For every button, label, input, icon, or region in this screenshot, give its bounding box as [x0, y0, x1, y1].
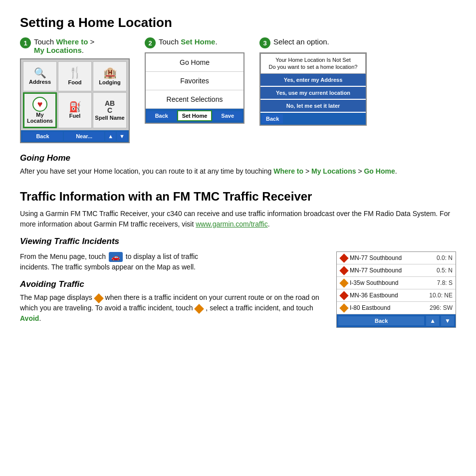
cell-label-spellname: Spell Name: [95, 115, 124, 121]
cell-label-food: Food: [68, 79, 82, 85]
avoid-diamond-icon-2: [195, 304, 205, 314]
step3-text: Select an option.: [273, 37, 329, 46]
traffic-dist-0: 0.0: N: [437, 254, 453, 261]
going-home-title: Going Home: [20, 153, 456, 163]
screen2-save-btn[interactable]: Save: [213, 111, 242, 120]
viewing-body: From the Menu page, touch 🚗 to display a…: [20, 251, 321, 272]
screen1-grid: 🔍 Address 🍴 Food 🏨 Lodging ♥: [21, 59, 129, 130]
step2-num: 2: [145, 37, 156, 48]
traffic-body1: Using a Garmin FM TMC Traffic Receiver, …: [20, 209, 456, 230]
traffic-row-1[interactable]: MN-77 Southbound 0.5: N: [337, 264, 456, 277]
traffic-button-icon: 🚗: [109, 252, 123, 262]
traffic-row-2[interactable]: I-35w Southbound 7.8: S: [337, 277, 456, 289]
traffic-row-4[interactable]: I-80 Eastbound 296: SW: [337, 302, 456, 314]
gps-screen-2: Go Home Favorites Recent Selections Back…: [145, 52, 244, 124]
traffic-name-1: MN-77 Southbound: [350, 267, 435, 274]
screen2-back-btn[interactable]: Back: [147, 111, 176, 120]
going-home-my-locations: My Locations: [311, 167, 356, 175]
grid-cell-address[interactable]: 🔍 Address: [23, 61, 57, 91]
grid-cell-spellname[interactable]: ABC Spell Name: [93, 92, 127, 128]
traffic-dist-3: 10.0: NE: [429, 292, 453, 299]
step1-block: 1 Touch Where to > My Locations. 🔍 Addre…: [20, 37, 130, 143]
avoiding-body: The Map page displays when there is a tr…: [20, 292, 321, 324]
menu-favorites[interactable]: Favorites: [146, 72, 243, 90]
option-btn-2[interactable]: Yes, use my current location: [260, 87, 366, 99]
traffic-icon-2: [340, 279, 348, 287]
screen3-header-line2: Do you want to set a home location?: [263, 63, 363, 70]
viewing-title: Viewing Traffic Incidents: [20, 237, 456, 246]
step3-header: 3 Select an option.: [259, 37, 329, 48]
screen1-back-btn[interactable]: Back: [22, 132, 63, 141]
traffic-section: Traffic Information with an FM TMC Traff…: [20, 190, 456, 329]
traffic-screen: MN-77 Southbound 0.0: N MN-77 Southbound…: [336, 251, 456, 328]
screen1-up-btn[interactable]: ▲: [105, 132, 116, 141]
lodging-icon: 🏨: [103, 67, 117, 78]
menu-recent-selections[interactable]: Recent Selections: [146, 90, 243, 109]
going-home-body: After you have set your Home location, y…: [20, 166, 456, 177]
car-icon: 🚗: [111, 252, 120, 262]
address-icon: 🔍: [34, 68, 46, 78]
food-icon: 🍴: [68, 67, 82, 78]
step1-header: 1 Touch Where to > My Locations.: [20, 37, 94, 54]
traffic-down-btn[interactable]: ▼: [441, 316, 454, 326]
traffic-back-btn[interactable]: Back: [338, 316, 424, 325]
cell-label-mylocations: My Locations: [25, 112, 54, 124]
traffic-title: Traffic Information with an FM TMC Traff…: [20, 190, 456, 204]
my-locations-label: My Locations: [34, 46, 82, 54]
heart-icon: ♥: [37, 99, 43, 110]
step1-text: Touch Where to > My Locations.: [34, 37, 94, 54]
traffic-dist-1: 0.5: N: [437, 267, 453, 274]
screen1-down-btn[interactable]: ▼: [117, 132, 127, 141]
menu-go-home[interactable]: Go Home: [146, 53, 243, 72]
grid-cell-lodging[interactable]: 🏨 Lodging: [93, 61, 127, 91]
option-btn-3[interactable]: No, let me set it later: [260, 100, 366, 112]
set-home-label: Set Home: [181, 37, 215, 46]
step2-block: 2 Touch Set Home. Go Home Favorites Rece…: [145, 37, 244, 124]
avoid-label: Avoid: [20, 314, 39, 322]
grid-cell-mylocations[interactable]: ♥ My Locations: [23, 92, 57, 128]
grid-cell-food[interactable]: 🍴 Food: [58, 61, 92, 91]
screen3-back-bar: Back: [260, 113, 366, 125]
traffic-icon-3: [340, 291, 348, 299]
grid-cell-fuel[interactable]: ⛽ Fuel: [58, 92, 92, 128]
traffic-row-0[interactable]: MN-77 Southbound 0.0: N: [337, 252, 456, 264]
screen1-near-btn[interactable]: Near...: [64, 132, 104, 141]
screen2-buttons: Back Set Home Save: [146, 109, 243, 123]
step3-num: 3: [259, 37, 270, 48]
screen1-buttons: Back Near... ▲ ▼: [21, 130, 129, 142]
option-btn-1[interactable]: Yes, enter my Address: [260, 74, 366, 86]
step2-header: 2 Touch Set Home.: [145, 37, 218, 48]
step3-block: 3 Select an option. Your Home Location I…: [259, 37, 367, 126]
traffic-name-0: MN-77 Southbound: [350, 254, 435, 261]
gps-screen-1: 🔍 Address 🍴 Food 🏨 Lodging ♥: [20, 58, 130, 143]
traffic-name-4: I-80 Eastbound: [350, 304, 428, 311]
fuel-icon: ⛽: [69, 102, 81, 112]
going-home-go-home: Go Home: [364, 167, 395, 175]
section1-title: Setting a Home Location: [20, 15, 456, 30]
where-to-label: Where to: [56, 37, 88, 46]
red-diamond-1: [339, 266, 348, 275]
gps-screen-3: Your Home Location Is Not Set Do you wan…: [259, 52, 367, 126]
cell-label-address: Address: [29, 79, 51, 85]
traffic-dist-2: 7.8: S: [437, 279, 453, 286]
cell-label-fuel: Fuel: [69, 113, 81, 119]
traffic-icon-1: [340, 266, 348, 274]
steps-container: 1 Touch Where to > My Locations. 🔍 Addre…: [20, 37, 456, 143]
traffic-lower: From the Menu page, touch 🚗 to display a…: [20, 251, 456, 329]
orange-diamond-4: [339, 303, 348, 312]
traffic-link[interactable]: www.garmin.com/traffic: [196, 220, 267, 228]
step1-num: 1: [20, 37, 31, 48]
red-diamond-3: [339, 291, 348, 300]
screen2-sethome-btn[interactable]: Set Home: [177, 110, 213, 121]
avoiding-title: Avoiding Traffic: [20, 279, 321, 289]
traffic-icon-4: [340, 304, 348, 312]
cell-label-lodging: Lodging: [99, 79, 120, 85]
traffic-row-3[interactable]: MN-36 Eastbound 10.0: NE: [337, 289, 456, 302]
screen3-back-btn[interactable]: Back: [262, 114, 283, 123]
traffic-icon-0: [340, 254, 348, 262]
screen3-header: Your Home Location Is Not Set Do you wan…: [260, 53, 366, 74]
traffic-name-3: MN-36 Eastbound: [350, 292, 427, 299]
orange-diamond-2: [339, 278, 348, 287]
traffic-up-btn[interactable]: ▲: [426, 316, 439, 326]
going-home-where-to: Where to: [273, 167, 303, 175]
